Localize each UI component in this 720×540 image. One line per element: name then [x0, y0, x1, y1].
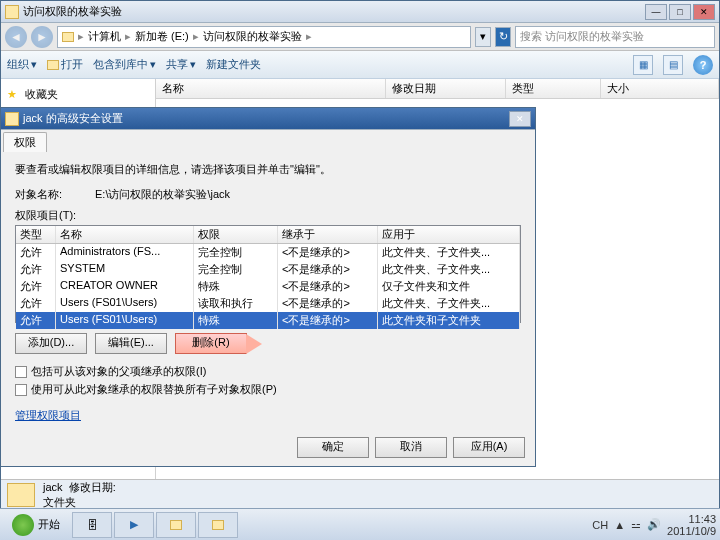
breadcrumb[interactable]: ▸ 计算机 ▸ 新加卷 (E:) ▸ 访问权限的枚举实验 ▸: [57, 26, 471, 48]
cancel-button[interactable]: 取消: [375, 437, 447, 458]
path-segment[interactable]: 计算机: [88, 29, 121, 44]
view-button[interactable]: ▦: [633, 55, 653, 75]
permission-row[interactable]: 允许SYSTEM完全控制<不是继承的>此文件夹、子文件夹...: [16, 261, 520, 278]
system-tray: CH ▲ ⚍ 🔊 11:43 2011/10/9: [592, 513, 716, 537]
column-headers: 名称 修改日期 类型 大小: [156, 79, 719, 99]
taskbar: 开始 🗄 ▶ CH ▲ ⚍ 🔊 11:43 2011/10/9: [0, 508, 720, 540]
folder-icon: [170, 520, 182, 530]
hdr-inherit[interactable]: 继承于: [278, 226, 378, 243]
include-button[interactable]: 包含到库中 ▾: [93, 57, 156, 72]
sidebar-favorites[interactable]: ★收藏夹: [1, 85, 155, 104]
add-button[interactable]: 添加(D)...: [15, 333, 87, 354]
address-bar: ◄ ► ▸ 计算机 ▸ 新加卷 (E:) ▸ 访问权限的枚举实验 ▸ ▾ ↻ 搜…: [1, 23, 719, 51]
tray-icon[interactable]: ▲: [614, 519, 625, 531]
server-icon: 🗄: [87, 519, 98, 531]
col-size[interactable]: 大小: [601, 79, 719, 98]
hdr-name[interactable]: 名称: [56, 226, 194, 243]
replace-checkbox[interactable]: 使用可从此对象继承的权限替换所有子对象权限(P): [15, 382, 521, 397]
tab-strip: 权限: [1, 130, 535, 152]
remove-button[interactable]: 删除(R): [175, 333, 247, 354]
ok-button[interactable]: 确定: [297, 437, 369, 458]
path-segment[interactable]: 新加卷 (E:): [135, 29, 189, 44]
col-type[interactable]: 类型: [506, 79, 601, 98]
object-label: 对象名称:: [15, 187, 95, 202]
dialog-titlebar: jack 的高级安全设置 ✕: [1, 108, 535, 130]
permission-row[interactable]: 允许Users (FS01\Users)读取和执行<不是继承的>此文件夹、子文件…: [16, 295, 520, 312]
taskbar-item[interactable]: [156, 512, 196, 538]
folder-icon: [62, 32, 74, 42]
perm-items-label: 权限项目(T):: [15, 208, 521, 223]
folder-icon: [7, 483, 35, 507]
permission-headers: 类型 名称 权限 继承于 应用于: [16, 226, 520, 244]
newfolder-button[interactable]: 新建文件夹: [206, 57, 261, 72]
col-name[interactable]: 名称: [156, 79, 386, 98]
forward-button[interactable]: ►: [31, 26, 53, 48]
edit-button[interactable]: 编辑(E)...: [95, 333, 167, 354]
network-icon[interactable]: ⚍: [631, 518, 641, 531]
col-date[interactable]: 修改日期: [386, 79, 506, 98]
folder-icon: [47, 60, 59, 70]
explorer-titlebar: 访问权限的枚举实验 — □ ✕: [1, 1, 719, 23]
hdr-perm[interactable]: 权限: [194, 226, 278, 243]
date-label: 修改日期:: [69, 481, 116, 493]
window-title: 访问权限的枚举实验: [23, 4, 645, 19]
clock-time[interactable]: 11:43: [667, 513, 716, 525]
path-dropdown-button[interactable]: ▾: [475, 27, 491, 47]
tab-permissions[interactable]: 权限: [3, 132, 47, 152]
open-button[interactable]: 打开: [47, 57, 83, 72]
taskbar-item[interactable]: 🗄: [72, 512, 112, 538]
inherit-checkbox[interactable]: 包括可从该对象的父项继承的权限(I): [15, 364, 521, 379]
hdr-apply[interactable]: 应用于: [378, 226, 520, 243]
refresh-button[interactable]: ↻: [495, 27, 511, 47]
dialog-description: 要查看或编辑权限项目的详细信息，请选择该项目并单击"编辑"。: [15, 162, 521, 177]
search-input[interactable]: 搜索 访问权限的枚举实验: [515, 26, 715, 48]
back-button[interactable]: ◄: [5, 26, 27, 48]
close-button[interactable]: ✕: [693, 4, 715, 20]
share-button[interactable]: 共享 ▾: [166, 57, 196, 72]
status-bar: jack 修改日期: 文件夹: [1, 479, 719, 509]
path-segment[interactable]: 访问权限的枚举实验: [203, 29, 302, 44]
start-button[interactable]: 开始: [4, 512, 68, 538]
checkbox-icon: [15, 384, 27, 396]
minimize-button[interactable]: —: [645, 4, 667, 20]
explorer-toolbar: 组织 ▾ 打开 包含到库中 ▾ 共享 ▾ 新建文件夹 ▦ ▤ ?: [1, 51, 719, 79]
taskbar-item[interactable]: [198, 512, 238, 538]
help-icon[interactable]: ?: [693, 55, 713, 75]
permission-list[interactable]: 类型 名称 权限 继承于 应用于 允许Administrators (FS...…: [15, 225, 521, 323]
dialog-title: jack 的高级安全设置: [23, 111, 509, 126]
hdr-type[interactable]: 类型: [16, 226, 56, 243]
powershell-icon: ▶: [130, 518, 138, 531]
selected-name: jack: [43, 481, 63, 493]
advanced-security-dialog: jack 的高级安全设置 ✕ 权限 要查看或编辑权限项目的详细信息，请选择该项目…: [0, 107, 536, 467]
permission-row[interactable]: 允许CREATOR OWNER特殊<不是继承的>仅子文件夹和文件: [16, 278, 520, 295]
checkbox-icon: [15, 366, 27, 378]
manage-permissions-link[interactable]: 管理权限项目: [15, 408, 81, 423]
maximize-button[interactable]: □: [669, 4, 691, 20]
apply-button[interactable]: 应用(A): [453, 437, 525, 458]
folder-icon: [212, 520, 224, 530]
taskbar-item[interactable]: ▶: [114, 512, 154, 538]
volume-icon[interactable]: 🔊: [647, 518, 661, 531]
folder-icon: [5, 5, 19, 19]
windows-orb-icon: [12, 514, 34, 536]
object-name: E:\访问权限的枚举实验\jack: [95, 187, 230, 202]
star-icon: ★: [7, 88, 21, 102]
dialog-close-button[interactable]: ✕: [509, 111, 531, 127]
preview-button[interactable]: ▤: [663, 55, 683, 75]
permission-row[interactable]: 允许Administrators (FS...完全控制<不是继承的>此文件夹、子…: [16, 244, 520, 261]
permission-row[interactable]: 允许Users (FS01\Users)特殊<不是继承的>此文件夹和子文件夹: [16, 312, 520, 329]
folder-icon: [5, 112, 19, 126]
organize-button[interactable]: 组织 ▾: [7, 57, 37, 72]
language-indicator[interactable]: CH: [592, 519, 608, 531]
clock-date[interactable]: 2011/10/9: [667, 525, 716, 537]
